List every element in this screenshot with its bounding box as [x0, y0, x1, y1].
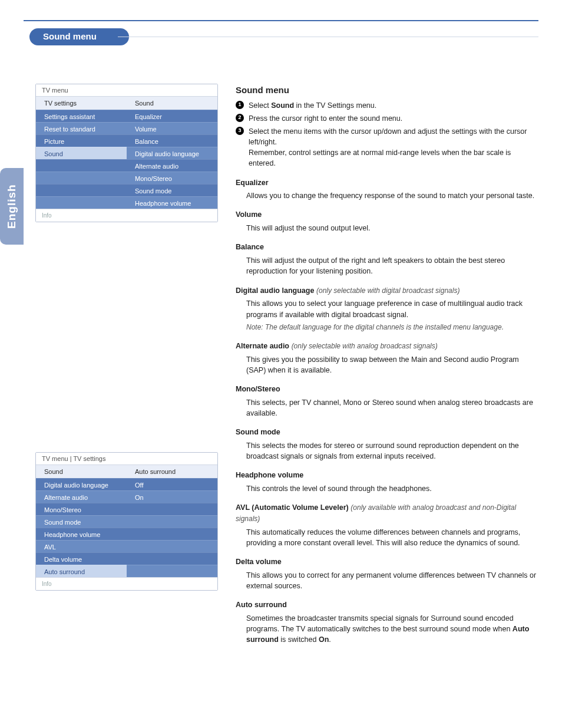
- section-body: This will adjust the output of the right…: [246, 255, 538, 276]
- menu-left-item: Alternate audio: [36, 490, 127, 503]
- section: Delta volumeThis allows you to correct f…: [236, 556, 538, 591]
- menu-left-item: Mono/Stereo: [36, 503, 127, 515]
- language-tab: English: [0, 168, 24, 245]
- section-body: This selects the modes for stereo or sur…: [246, 440, 538, 462]
- step-number-icon: 3: [236, 127, 244, 135]
- menu2-left-header: Sound: [36, 465, 127, 478]
- menu-right-item: [127, 503, 217, 515]
- section-title: Sound mode: [236, 427, 538, 438]
- section-title: Digital audio language (only selectable …: [236, 285, 538, 297]
- section: Digital audio language (only selectable …: [236, 285, 538, 332]
- section: VolumeThis will adjust the sound output …: [236, 209, 538, 233]
- section-title: Alternate audio (only selectable with an…: [236, 341, 538, 352]
- section-note: Note: The default language for the digit…: [246, 322, 538, 332]
- step-text: Select Sound in the TV Settings menu.: [249, 100, 376, 111]
- menu1-left-header: TV settings: [36, 97, 127, 110]
- menu-left-item: Sound: [36, 147, 127, 159]
- section-title: AVL (Automatic Volume Leveler) (only ava…: [236, 502, 538, 525]
- menu-left-item: Reset to standard: [36, 122, 127, 134]
- step: 2Press the cursor right to enter the sou…: [236, 113, 538, 124]
- menu-left-item: Headphone volume: [36, 528, 127, 540]
- section: AVL (Automatic Volume Leveler) (only ava…: [236, 502, 538, 548]
- tv-menu-panel-2: TV menu | TV settings Sound Auto surroun…: [35, 452, 218, 591]
- menu-right-item: [127, 565, 217, 577]
- menu-right-item: Headphone volume: [127, 196, 217, 209]
- menu-right-item: Digital audio language: [127, 147, 217, 159]
- section-body: This automatically reduces the volume di…: [246, 527, 538, 548]
- menu-right-item: [127, 552, 217, 565]
- section-body: This selects, per TV channel, Mono or St…: [246, 397, 538, 419]
- step-number-icon: 2: [236, 114, 244, 122]
- section-body: Allows you to change the frequency respo…: [246, 190, 538, 201]
- menu-right-item: Alternate audio: [127, 159, 217, 172]
- section-title: Mono/Stereo: [236, 384, 538, 395]
- section-body: This controls the level of sound through…: [246, 483, 538, 494]
- menu-right-item: [127, 515, 217, 528]
- section: Mono/StereoThis selects, per TV channel,…: [236, 384, 538, 419]
- content-heading: Sound menu: [236, 84, 538, 97]
- section-body: This allows you to correct for any perma…: [246, 570, 538, 591]
- menu-right-item: [127, 540, 217, 552]
- menu1-right-header: Sound: [127, 97, 217, 110]
- section: Sound modeThis selects the modes for ste…: [236, 427, 538, 462]
- menu-left-item: [36, 159, 127, 172]
- step-text: Select the menu items with the cursor up…: [249, 126, 538, 169]
- menu-left-item: [36, 184, 127, 196]
- menu-right-item: Equalizer: [127, 110, 217, 122]
- menu-right-item: [127, 528, 217, 540]
- menu-left-item: Picture: [36, 134, 127, 147]
- step-text: Press the cursor right to enter the soun…: [249, 113, 402, 124]
- top-rule: [24, 20, 538, 21]
- menu1-info: Info: [36, 209, 217, 222]
- menu1-title: TV menu: [36, 84, 217, 96]
- menu-left-item: [36, 172, 127, 184]
- section-title: Equalizer: [236, 177, 538, 189]
- section: Headphone volumeThis controls the level …: [236, 470, 538, 494]
- menu-left-item: [36, 196, 127, 209]
- step-number-icon: 1: [236, 101, 244, 109]
- section-body: This gives you the possibility to swap b…: [246, 354, 538, 375]
- section-body: This allows you to select your language …: [246, 298, 538, 319]
- menu-right-item: Mono/Stereo: [127, 172, 217, 184]
- menu2-title: TV menu | TV settings: [36, 453, 217, 465]
- menu-right-item: Balance: [127, 134, 217, 147]
- section: Auto surroundSometimes the broadcaster t…: [236, 599, 538, 645]
- section-title: Headphone volume: [236, 470, 538, 481]
- menu-right-item: Volume: [127, 122, 217, 134]
- menu-left-item: Settings assistant: [36, 110, 127, 122]
- section: EqualizerAllows you to change the freque…: [236, 177, 538, 202]
- section: Alternate audio (only selectable with an…: [236, 341, 538, 375]
- menu-right-item: On: [127, 490, 217, 503]
- section-title: Volume: [236, 209, 538, 220]
- step: 1Select Sound in the TV Settings menu.: [236, 100, 538, 111]
- menu-left-item: Delta volume: [36, 552, 127, 565]
- menu2-info: Info: [36, 577, 217, 590]
- menu-right-item: Off: [127, 478, 217, 490]
- menu-left-item: Digital audio language: [36, 478, 127, 490]
- section: BalanceThis will adjust the output of th…: [236, 242, 538, 276]
- menu-left-item: Auto surround: [36, 565, 127, 577]
- menu-left-item: AVL: [36, 540, 127, 552]
- section-title: Balance: [236, 242, 538, 253]
- section-body: This will adjust the sound output level.: [246, 223, 538, 233]
- breadcrumb: Sound menu: [29, 28, 129, 45]
- section-title: Auto surround: [236, 599, 538, 611]
- step: 3Select the menu items with the cursor u…: [236, 126, 538, 169]
- menu-left-item: Sound mode: [36, 515, 127, 528]
- section-title: Delta volume: [236, 556, 538, 568]
- tv-menu-panel-1: TV menu TV settings Sound Settings assis…: [35, 84, 218, 222]
- menu2-right-header: Auto surround: [127, 465, 217, 478]
- section-body: Sometimes the broadcaster transmits spec…: [246, 613, 538, 645]
- menu-right-item: Sound mode: [127, 184, 217, 196]
